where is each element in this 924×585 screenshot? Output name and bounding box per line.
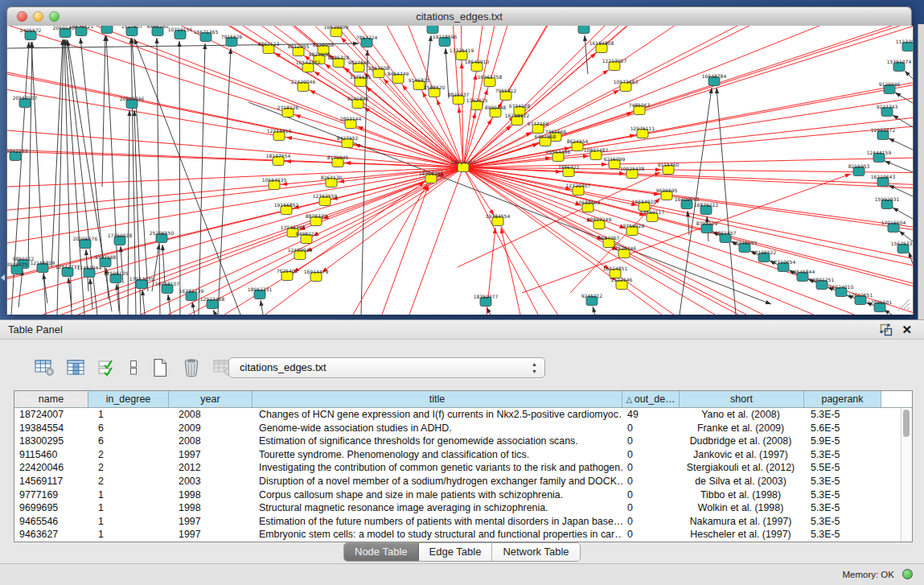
graph-node-label: 10025438 [620,166,645,171]
table-row[interactable]: 1872400712008Changes of HCN gene express… [14,408,912,422]
graph-node-label: 10654935 [262,177,287,183]
cell-year: 1997 [169,528,253,542]
cell-pagerank: 5.3E-5 [804,488,881,502]
graph-node-label: 15654920 [632,199,657,204]
table-row[interactable]: 1830029562008Estimation of significance … [14,435,912,448]
cell-year: 1997 [169,515,253,529]
graph-edge [361,50,368,315]
zoom-button[interactable] [49,11,60,22]
window-resize-grip[interactable] [906,307,910,311]
scrollbar-thumb[interactable] [903,410,910,437]
cell-name: 9115460 [14,448,88,462]
graph-node[interactable] [101,26,113,34]
close-panel-icon[interactable]: ✕ [901,321,912,339]
column-header-in-degree[interactable]: in_degree [88,391,169,407]
dropdown-arrows-icon: ▲▼ [532,360,537,375]
cell-out-de: 0 [622,461,680,475]
window-resize-grip[interactable] [902,303,910,311]
graph-node-label: 12923468 [200,296,225,302]
cell-short: Hescheler et al. (1997) [680,528,804,542]
graph-node-label: 8427552 [337,135,359,141]
tab-node-table[interactable]: Node Table [344,543,419,561]
column-visibility-icon[interactable] [64,356,88,380]
table-row[interactable]: 946362711997Embryonic stem cells: a mode… [14,528,912,542]
graph-node-label: 8860123 [258,41,280,47]
network-canvas[interactable]: 1872400718300295224200469242848271812612… [7,26,913,315]
table-vertical-scrollbar[interactable] [901,408,912,542]
graph-node-label: 12720407 [566,183,591,188]
column-header-name[interactable]: name [14,391,88,407]
network-view-window[interactable]: citations_edges.txt 18724007183002952242… [6,6,912,315]
table-select-value: citations_edges.txt [240,361,326,373]
graph-node-label: 16524851 [603,266,628,271]
graph-node-label: 8990448 [485,105,507,110]
cell-short: Wolkin et al. (1998) [680,501,804,515]
table-settings-icon[interactable] [32,356,56,380]
graph-node-label: 10196522 [752,249,777,255]
cell-pagerank: 5.3E-5 [804,501,881,515]
graph-node-label: 10807487 [584,147,609,153]
graph-node-label: 9861557 [715,230,737,236]
tab-network-table[interactable]: Network Table [492,543,579,561]
memory-indicator-icon[interactable] [902,569,913,579]
column-header-title[interactable]: title [253,391,622,407]
window-title-bar[interactable]: citations_edges.txt [6,6,912,27]
cell-in-degree: 1 [88,501,169,515]
edge-arrowhead-icon [203,43,207,49]
graph-edge [289,182,425,277]
node-table: namein_degreeyeartitle△ out_de…shortpage… [14,390,913,542]
graph-node-label: 9827508 [309,51,331,57]
header-filler [881,391,912,407]
close-button[interactable] [17,11,27,22]
cell-out-de: 0 [622,435,680,448]
graph-node-label: 16033809 [324,26,349,30]
minimize-button[interactable] [33,11,43,22]
select-rows-icon[interactable] [95,356,119,380]
column-narrow-icon[interactable] [126,356,141,380]
graph-node-label: 3915775 [7,262,28,267]
edge-arrowhead-icon [460,63,464,68]
graph-node-label: 2718126 [277,105,299,110]
table-row[interactable]: 2242004622012Investigating the contribut… [14,461,912,475]
float-panel-icon[interactable] [880,323,893,336]
tab-edge-table[interactable]: Edge Table [419,543,493,561]
column-header-pagerank[interactable]: pagerank [804,391,881,407]
graph-edge [463,167,557,315]
edge-arrowhead-icon [325,64,331,68]
cell-out-de: 0 [622,501,680,515]
table-row[interactable]: 969969511998Structural magnetic resonanc… [14,501,912,515]
table-row[interactable]: 977716911998Corpus callosum shape and si… [14,488,912,502]
window-controls [17,11,60,22]
cell-title: Genome-wide association studies in ADHD. [253,422,622,435]
table-select-dropdown[interactable]: citations_edges.txt ▲▼ [228,357,545,378]
graph-node-label: 7625402 [277,268,298,274]
new-document-icon[interactable] [148,356,172,380]
delete-rows-trash-icon[interactable] [179,356,203,380]
table-row[interactable]: 1456911722003Disruption of a novel membe… [14,475,912,488]
graph-node[interactable] [578,26,589,34]
column-header-short[interactable]: short [680,391,804,407]
graph-edge [179,41,180,315]
graph-node-label: 18359477 [474,294,499,299]
column-header-out-de[interactable]: △ out_de… [622,391,680,407]
cell-title: Tourette syndrome. Phenomenology and cla… [253,448,622,462]
graph-node-label: 12975111 [630,126,655,131]
graph-node-label: 9242848 [347,96,369,101]
edge-arrowhead-icon [42,274,46,279]
cell-pagerank: 5.3E-5 [804,475,881,488]
graph-node-label: 9227343 [877,104,898,109]
graph-node-label: 8226058 [313,42,335,47]
table-row[interactable]: 946554611997Estimation of the future num… [14,515,912,529]
graph-node-label: 16210722 [505,113,530,118]
graph-node-label: 1588520 [424,84,446,90]
table-row[interactable]: 911546021997Tourette syndrome. Phenomeno… [14,448,912,462]
cell-pagerank: 5.9E-5 [804,435,881,448]
graph-node[interactable] [427,26,438,34]
cell-name: 9463627 [14,528,88,542]
table-row[interactable]: 1938455462009Genome-wide association stu… [14,422,912,435]
cell-title: Corpus callosum shape and size in male p… [253,488,622,502]
graph-node-label: 19473521 [69,26,94,29]
graph-node-label: 2887682 [573,26,595,27]
graph-node-label: 10891251 [810,277,835,282]
column-header-year[interactable]: year [169,391,253,407]
